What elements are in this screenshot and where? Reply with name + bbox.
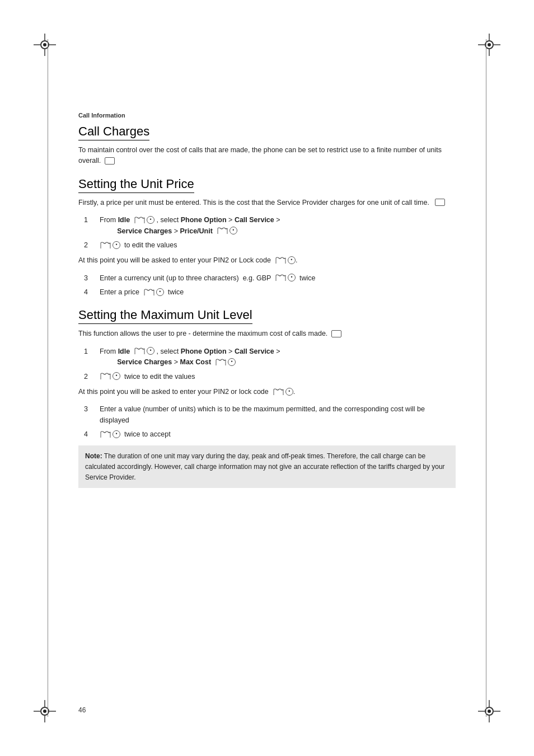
ok-button-icon-9 [113, 430, 120, 438]
ok-button-icon-3 [113, 241, 120, 249]
page-number: 46 [78, 706, 86, 714]
step3-icon [275, 274, 296, 282]
section-label: Call Information [78, 112, 456, 119]
ok-button-icon-7 [228, 358, 236, 366]
ok-button-icon-pin1 [288, 256, 296, 264]
note-box: Note: The duration of one unit may vary … [78, 445, 456, 488]
main-content: Call Information Call Charges To maintai… [78, 112, 456, 496]
step-3: 3 Enter a currency unit (up to three cha… [84, 273, 456, 284]
call-charges-intro: To maintain control over the cost of cal… [78, 145, 456, 167]
unit-price-title: Setting the Unit Price [78, 177, 194, 193]
unit-price-section: Setting the Unit Price Firstly, a price … [78, 177, 456, 298]
max-unit-section: Setting the Maximum Unit Level This func… [78, 308, 456, 488]
pin-icon-1 [275, 257, 296, 265]
step-2: 2 to edit the values [84, 240, 456, 251]
max-unit-title: Setting the Maximum Unit Level [78, 308, 252, 324]
svg-point-5 [43, 43, 46, 46]
max-cost-icon [215, 359, 236, 367]
call-charges-section: Call Charges To maintain control over th… [78, 124, 456, 167]
max-step4-icon [100, 431, 120, 439]
note-text: The duration of one unit may vary during… [85, 452, 445, 481]
max-step-1: 1 From Idle , select Phone Option > Call… [84, 346, 456, 368]
screen-icon-2 [435, 199, 445, 206]
note-label: Note: [85, 452, 102, 460]
unit-price-steps-2: 3 Enter a currency unit (up to three cha… [84, 273, 456, 298]
corner-mark-br [478, 700, 500, 722]
max-step-4: 4 twice to accept [84, 429, 456, 440]
max-unit-intro: This function allows the user to pre - d… [78, 328, 456, 339]
step4-icon [143, 289, 164, 297]
step2-icon [100, 242, 120, 250]
price-unit-icon [217, 227, 237, 235]
max-idle-icon [134, 348, 154, 355]
ok-button-icon-2 [229, 227, 237, 234]
screen-icon [105, 157, 115, 165]
page: Call Information Call Charges To maintai… [0, 0, 534, 756]
side-line-left [48, 39, 48, 717]
pin-icon-2 [273, 388, 293, 396]
corner-mark-bl [34, 700, 56, 722]
max-step2-icon [100, 373, 120, 381]
max-step-3: 3 Enter a value (number of units) which … [84, 404, 456, 426]
ok-button-icon-8 [113, 372, 120, 380]
svg-point-23 [488, 710, 491, 713]
pin-note-1: At this point you will be asked to enter… [78, 255, 456, 266]
unit-price-steps: 1 From Idle , select Phone Option > Call… [84, 215, 456, 251]
svg-point-17 [43, 710, 46, 713]
step-4: 4 Enter a price twice [84, 287, 456, 298]
ok-button-icon-5 [156, 288, 164, 296]
corner-mark-tr [478, 34, 500, 56]
ok-button-icon-6 [147, 347, 154, 355]
max-unit-steps-2: 3 Enter a value (number of units) which … [84, 404, 456, 440]
ok-button-icon-4 [288, 274, 296, 281]
step-1: 1 From Idle , select Phone Option > Call… [84, 215, 456, 237]
ok-button-icon [147, 216, 154, 224]
svg-point-11 [488, 43, 491, 46]
screen-icon-3 [331, 330, 341, 337]
max-step-2: 2 twice to edit the values [84, 372, 456, 382]
call-charges-title: Call Charges [78, 124, 149, 140]
side-line-right [486, 39, 486, 717]
idle-icon-combo [134, 217, 154, 224]
max-unit-steps: 1 From Idle , select Phone Option > Call… [84, 346, 456, 382]
unit-price-intro: Firstly, a price per unit must be entere… [78, 198, 456, 208]
pin-note-2: At this point you will be asked to enter… [78, 387, 456, 397]
corner-mark-tl [34, 34, 56, 56]
ok-button-icon-pin2 [285, 388, 293, 396]
